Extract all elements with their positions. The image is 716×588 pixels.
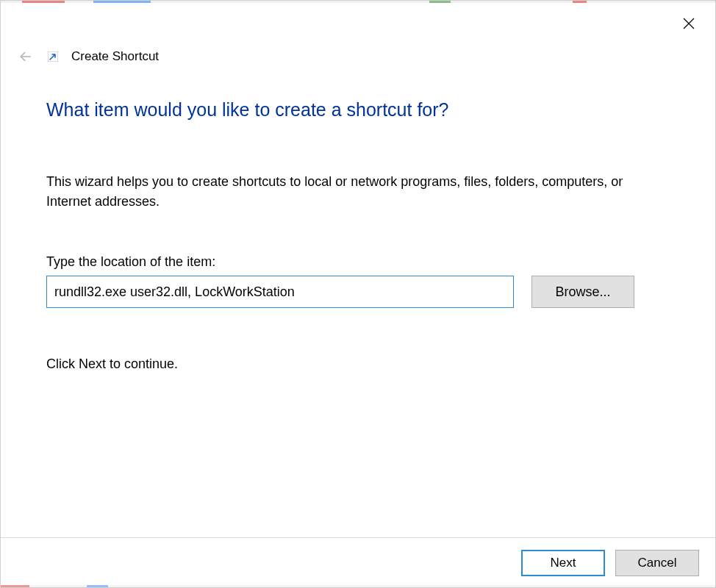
window-bottom-edge bbox=[1, 585, 715, 587]
wizard-header: Create Shortcut bbox=[17, 48, 159, 65]
cancel-button[interactable]: Cancel bbox=[615, 550, 699, 576]
wizard-footer: Next Cancel bbox=[1, 537, 715, 587]
location-label: Type the location of the item: bbox=[46, 254, 670, 270]
window-top-edge bbox=[1, 1, 715, 3]
back-arrow-icon bbox=[17, 48, 35, 65]
wizard-content: What item would you like to create a sho… bbox=[46, 99, 670, 372]
close-button[interactable] bbox=[677, 12, 701, 36]
next-button[interactable]: Next bbox=[521, 550, 605, 576]
shortcut-arrow-icon bbox=[48, 51, 58, 62]
wizard-description: This wizard helps you to create shortcut… bbox=[46, 172, 670, 212]
close-icon bbox=[683, 18, 695, 32]
page-heading: What item would you like to create a sho… bbox=[46, 99, 670, 121]
location-row: Browse... bbox=[46, 276, 670, 308]
location-input[interactable] bbox=[46, 276, 514, 308]
continue-hint: Click Next to continue. bbox=[46, 356, 670, 372]
browse-button[interactable]: Browse... bbox=[531, 276, 634, 308]
wizard-title: Create Shortcut bbox=[71, 49, 159, 64]
